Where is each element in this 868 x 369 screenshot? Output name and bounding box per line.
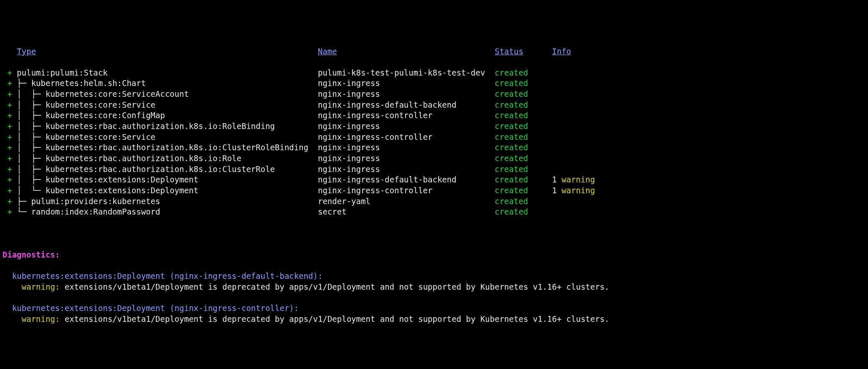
resource-row: + │ ├─ kubernetes:rbac.authorization.k8s… xyxy=(3,153,865,164)
resource-status: created xyxy=(495,207,528,216)
resource-type: │ ├─ kubernetes:rbac.authorization.k8s.i… xyxy=(17,164,275,174)
op-plus: + xyxy=(3,68,17,78)
resource-row: + └─ random:index:RandomPasswordsecretcr… xyxy=(3,207,865,217)
header-name: Name xyxy=(318,47,337,56)
resource-row: + │ ├─ kubernetes:extensions:Deploymentn… xyxy=(3,174,865,185)
resource-status: created xyxy=(495,143,528,152)
op-plus: + xyxy=(3,100,17,111)
resource-status: created xyxy=(495,100,528,109)
header-status: Status xyxy=(495,47,523,56)
resource-rows: + pulumi:pulumi:Stackpulumi-k8s-test-pul… xyxy=(3,68,865,217)
diagnostic-resource: kubernetes:extensions:Deployment (nginx-… xyxy=(3,271,865,282)
diagnostic-message: warning: extensions/v1beta1/Deployment i… xyxy=(3,282,865,293)
resource-type: │ ├─ kubernetes:extensions:Deployment xyxy=(17,175,198,184)
resource-name: nginx-ingress xyxy=(318,143,380,152)
resource-type: └─ random:index:RandomPassword xyxy=(17,207,160,216)
resource-name: nginx-ingress-default-backend xyxy=(318,100,457,109)
resource-status: created xyxy=(495,121,528,131)
resource-status: created xyxy=(495,164,528,174)
resource-name: nginx-ingress xyxy=(318,164,380,174)
resource-row: + │ ├─ kubernetes:core:Servicenginx-ingr… xyxy=(3,132,865,143)
resource-name: nginx-ingress xyxy=(318,154,380,163)
resource-name: pulumi-k8s-test-pulumi-k8s-test-dev xyxy=(318,68,485,77)
resource-status: created xyxy=(495,132,528,142)
op-plus: + xyxy=(3,132,17,143)
op-plus: + xyxy=(3,153,17,164)
op-plus: + xyxy=(3,185,17,196)
resource-status: created xyxy=(495,186,528,195)
resource-type: │ └─ kubernetes:extensions:Deployment xyxy=(17,186,198,195)
resource-info: 1 warning xyxy=(552,185,595,196)
diagnostic-resource: kubernetes:extensions:Deployment (nginx-… xyxy=(3,303,865,314)
op-plus: + xyxy=(3,207,17,217)
resource-name: nginx-ingress xyxy=(318,78,380,88)
resource-name: nginx-ingress-default-backend xyxy=(318,175,457,184)
resource-info: 1 warning xyxy=(552,174,595,185)
diagnostic-message: warning: extensions/v1beta1/Deployment i… xyxy=(3,314,865,325)
op-plus: + xyxy=(3,89,17,100)
resource-type: ├─ kubernetes:helm.sh:Chart xyxy=(17,78,146,88)
resource-status: created xyxy=(495,154,528,163)
resource-row: + │ ├─ kubernetes:core:ServiceAccountngi… xyxy=(3,89,865,100)
diagnostics-body: kubernetes:extensions:Deployment (nginx-… xyxy=(3,271,865,335)
resource-type: │ ├─ kubernetes:rbac.authorization.k8s.i… xyxy=(17,154,241,163)
header-type: Type xyxy=(17,47,36,56)
resource-type: │ ├─ kubernetes:core:ConfigMap xyxy=(17,111,165,120)
resource-name: nginx-ingress-controller xyxy=(318,132,433,142)
resource-type: │ ├─ kubernetes:core:ServiceAccount xyxy=(17,89,189,99)
resource-name: secret xyxy=(318,207,347,216)
op-plus: + xyxy=(3,164,17,175)
op-plus: + xyxy=(3,142,17,153)
resource-name: nginx-ingress xyxy=(318,121,380,131)
resource-status: created xyxy=(495,89,528,99)
resource-row: + │ ├─ kubernetes:rbac.authorization.k8s… xyxy=(3,142,865,153)
op-plus: + xyxy=(3,110,17,121)
op-plus: + xyxy=(3,121,17,132)
resource-type: │ ├─ kubernetes:rbac.authorization.k8s.i… xyxy=(17,143,308,152)
resource-row: + ├─ kubernetes:helm.sh:Chartnginx-ingre… xyxy=(3,78,865,89)
resource-name: nginx-ingress xyxy=(318,89,380,99)
op-plus: + xyxy=(3,78,17,89)
resource-status: created xyxy=(495,68,528,77)
resource-row: + │ ├─ kubernetes:core:ConfigMapnginx-in… xyxy=(3,110,865,121)
resource-status: created xyxy=(495,111,528,120)
resource-name: nginx-ingress-controller xyxy=(318,186,433,195)
resource-status: created xyxy=(495,78,528,88)
resource-status: created xyxy=(495,197,528,206)
header-row: TypeNameStatusInfo xyxy=(3,46,865,57)
resource-row: + │ ├─ kubernetes:rbac.authorization.k8s… xyxy=(3,164,865,175)
resource-type: │ ├─ kubernetes:core:Service xyxy=(17,132,155,142)
resource-type: │ ├─ kubernetes:rbac.authorization.k8s.i… xyxy=(17,121,275,131)
pulumi-output: TypeNameStatusInfo + pulumi:pulumi:Stack… xyxy=(3,35,865,346)
diagnostics-header: Diagnostics: xyxy=(3,250,60,259)
resource-type: ├─ pulumi:providers:kubernetes xyxy=(17,197,160,206)
resource-row: + pulumi:pulumi:Stackpulumi-k8s-test-pul… xyxy=(3,68,865,78)
op-plus: + xyxy=(3,196,17,207)
resource-row: + ├─ pulumi:providers:kubernetesrender-y… xyxy=(3,196,865,207)
resource-row: + │ ├─ kubernetes:core:Servicenginx-ingr… xyxy=(3,100,865,111)
resource-type: pulumi:pulumi:Stack xyxy=(17,68,107,77)
resource-status: created xyxy=(495,175,528,184)
resource-type: │ ├─ kubernetes:core:Service xyxy=(17,100,155,109)
resource-row: + │ ├─ kubernetes:rbac.authorization.k8s… xyxy=(3,121,865,132)
resource-name: render-yaml xyxy=(318,197,371,206)
resource-row: + │ └─ kubernetes:extensions:Deploymentn… xyxy=(3,185,865,196)
op-plus: + xyxy=(3,174,17,185)
header-info: Info xyxy=(552,47,571,56)
resource-name: nginx-ingress-controller xyxy=(318,111,433,120)
